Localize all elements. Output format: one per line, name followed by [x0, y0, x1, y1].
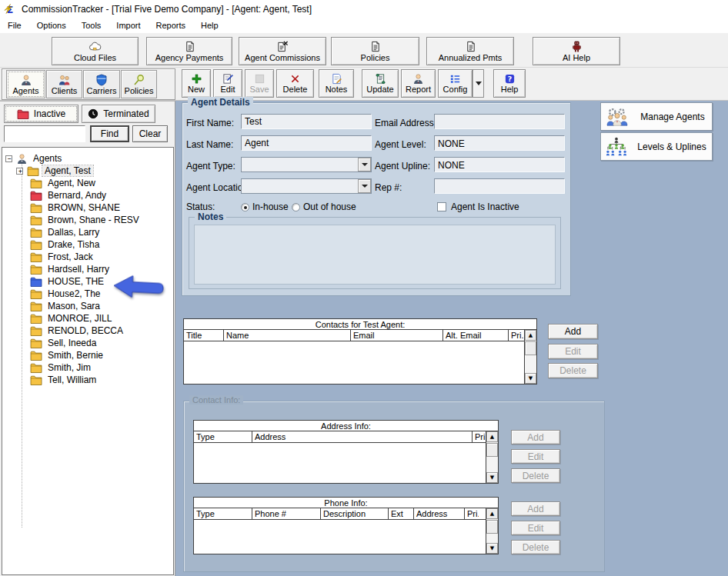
checkbox-icon[interactable] [437, 202, 446, 211]
agent-level-label: Agent Level: [375, 139, 426, 150]
tree-item[interactable]: Agent, Test [16, 165, 93, 177]
address-table: Address Info: Type Address Pri. [193, 420, 499, 484]
tree-item[interactable]: Sell, Ineeda [26, 337, 99, 349]
search-input[interactable] [4, 125, 85, 142]
contact-info-panel: Contact Info: Address Info: Type Address… [183, 401, 605, 572]
tree-item[interactable]: BROWN, SHANE [26, 201, 122, 214]
manage-agents-button[interactable]: Manage Agents [600, 102, 713, 131]
tree-item[interactable]: Agent, New [26, 177, 98, 189]
tab-carriers[interactable]: Carriers [83, 70, 120, 98]
collapse-expander[interactable] [5, 155, 12, 162]
menu-help[interactable]: Help [193, 18, 226, 32]
menu-options[interactable]: Options [29, 18, 74, 32]
rep-number-field[interactable] [434, 178, 565, 194]
tree-item[interactable]: House2, The [26, 288, 103, 300]
menu-import[interactable]: Import [109, 18, 148, 32]
chevron-down-icon [476, 82, 482, 85]
agent-location-select[interactable] [241, 178, 372, 194]
column-header-title: Title [184, 330, 224, 341]
report-button[interactable]: Report [401, 69, 436, 98]
agent-inactive-checkbox[interactable]: Agent Is Inactive [437, 199, 519, 215]
expand-expander[interactable] [16, 168, 23, 175]
terminated-filter-button[interactable]: Terminated [82, 105, 155, 123]
column-header-ext: Ext [389, 508, 414, 519]
menu-reports[interactable]: Reports [149, 18, 194, 32]
cloud-files-button[interactable]: Cloud Files [52, 37, 139, 65]
help-button[interactable]: ? Help [493, 69, 526, 98]
secondary-toolbar: Agents Clients Carriers Policies New Edi… [0, 68, 728, 101]
clear-button[interactable]: Clear [132, 125, 168, 142]
folder-icon [30, 314, 42, 324]
email-field[interactable] [434, 114, 565, 129]
new-button[interactable]: New [182, 69, 211, 98]
annualized-pmts-button[interactable]: Annualized Pmts [426, 37, 514, 65]
notes-label: Notes [195, 211, 226, 222]
tree-item[interactable]: RENOLD, BECCA [26, 325, 125, 337]
edit-button[interactable]: Edit [213, 69, 242, 98]
cloud-icon [88, 41, 102, 52]
scroll-thumb[interactable] [486, 520, 498, 534]
radio-icon[interactable] [292, 203, 300, 211]
tree-item[interactable]: Bernard, Andy [26, 189, 109, 201]
address-scrollbar[interactable] [486, 431, 498, 483]
folder-icon [30, 375, 42, 385]
scroll-down-icon[interactable] [525, 373, 536, 384]
agent-commissions-button[interactable]: Agent Commissions [239, 37, 326, 65]
policies-toolbar-button[interactable]: Policies [331, 37, 419, 65]
chevron-down-icon[interactable] [358, 158, 371, 171]
last-name-field[interactable] [241, 135, 372, 151]
tab-policies[interactable]: Policies [121, 70, 157, 98]
scroll-thumb[interactable] [486, 443, 498, 457]
tree-item[interactable]: Smith, Jim [26, 361, 93, 374]
tree-item-house[interactable]: HOUSE, THE [26, 275, 106, 288]
agency-payments-button[interactable]: Agency Payments [146, 37, 232, 65]
tree-item[interactable]: Mason, Sara [26, 300, 102, 312]
scroll-down-icon[interactable] [486, 472, 498, 483]
find-button[interactable]: Find [90, 125, 129, 142]
document-icon [369, 41, 381, 52]
folder-icon [30, 215, 42, 225]
tree-item[interactable]: Frost, Jack [26, 251, 95, 263]
status-outofhouse-option[interactable]: Out of house [292, 199, 356, 215]
phone-scrollbar[interactable] [486, 508, 498, 554]
tree-item[interactable]: Dallas, Larry [26, 226, 102, 238]
tab-clients[interactable]: Clients [46, 70, 82, 98]
agent-upline-label: Agent Upline: [375, 161, 430, 171]
inactive-filter-button[interactable]: Inactive [4, 105, 78, 123]
save-icon [254, 73, 265, 85]
menu-tools[interactable]: Tools [74, 18, 109, 32]
tree-item[interactable]: Smith, Bernie [26, 349, 105, 361]
notes-button[interactable]: Notes [319, 69, 354, 98]
scroll-up-icon[interactable] [486, 431, 498, 442]
scroll-thumb[interactable] [525, 341, 536, 355]
tree-root-agents[interactable]: Agents [5, 152, 64, 165]
tree-item[interactable]: Hardsell, Harry [26, 263, 112, 275]
folder-icon [30, 277, 42, 287]
first-name-field[interactable] [241, 114, 372, 129]
tab-agents[interactable]: Agents [6, 70, 45, 98]
tree-item[interactable]: Tell, William [26, 374, 99, 386]
status-inhouse-option[interactable]: In-house [241, 199, 289, 215]
phone-delete-button: Delete [511, 540, 560, 554]
contacts-scrollbar[interactable] [524, 330, 536, 384]
ai-help-button[interactable]: AI Help [533, 37, 620, 65]
tree-item[interactable]: Brown, Shane - RESV [26, 214, 142, 226]
levels-uplines-button[interactable]: Levels & Uplines [600, 132, 713, 161]
config-button[interactable]: Config [438, 69, 473, 98]
agent-type-select[interactable] [241, 157, 372, 172]
save-button: Save [245, 69, 274, 98]
contacts-add-button[interactable]: Add [548, 324, 598, 339]
radio-icon[interactable] [241, 203, 249, 211]
config-dropdown-arrow[interactable] [473, 69, 484, 98]
scroll-up-icon[interactable] [525, 330, 536, 341]
tree-item[interactable]: MONROE, JILL [26, 312, 114, 325]
chevron-down-icon[interactable] [358, 179, 371, 193]
update-button[interactable]: Update [362, 69, 399, 98]
menu-file[interactable]: File [0, 18, 29, 32]
delete-button[interactable]: Delete [276, 69, 314, 98]
scroll-icon [375, 73, 386, 85]
scroll-down-icon[interactable] [486, 543, 498, 554]
scroll-up-icon[interactable] [486, 508, 498, 519]
tree-item[interactable]: Drake, Tisha [26, 238, 102, 251]
notes-textarea[interactable] [194, 225, 556, 285]
